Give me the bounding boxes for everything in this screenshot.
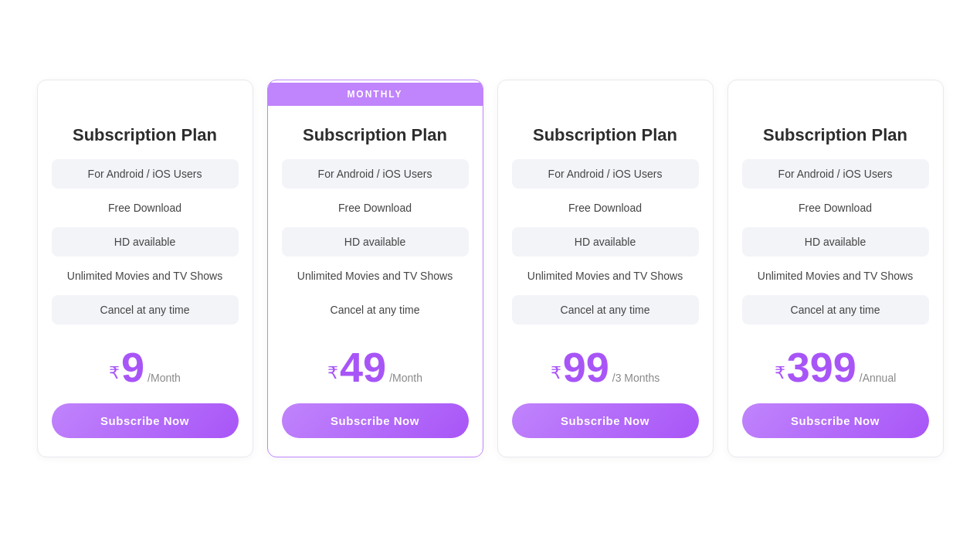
price-number: 49: [340, 346, 386, 388]
plan-card-plan-49: MONTHLYSubscription PlanFor Android / iO…: [267, 80, 483, 457]
feature-item: For Android / iOS Users: [282, 159, 469, 189]
plan-card-plan-399: Subscription PlanFor Android / iOS Users…: [727, 80, 944, 457]
feature-item: Cancel at any time: [52, 295, 239, 325]
price-section: ₹9/Month: [109, 346, 181, 388]
currency-symbol: ₹: [109, 363, 120, 383]
plan-card-plan-9: Subscription PlanFor Android / iOS Users…: [37, 80, 253, 457]
currency-symbol: ₹: [327, 363, 338, 383]
feature-item: Unlimited Movies and TV Shows: [282, 261, 469, 291]
feature-item: Free Download: [282, 193, 469, 223]
feature-item: Cancel at any time: [282, 295, 469, 325]
features-list: For Android / iOS UsersFree DownloadHD a…: [498, 159, 713, 329]
plan-card-plan-99: Subscription PlanFor Android / iOS Users…: [497, 80, 714, 457]
feature-item: HD available: [512, 227, 699, 257]
currency-symbol: ₹: [775, 363, 785, 383]
plan-title: Subscription Plan: [751, 108, 920, 159]
feature-item: Free Download: [52, 193, 239, 223]
feature-item: Cancel at any time: [742, 295, 929, 325]
price-section: ₹399/Annual: [775, 346, 897, 388]
plan-title: Subscription Plan: [290, 108, 459, 159]
feature-item: HD available: [742, 227, 929, 257]
feature-item: For Android / iOS Users: [52, 159, 239, 189]
price-period: /Month: [389, 372, 422, 384]
monthly-badge: MONTHLY: [268, 83, 483, 106]
currency-symbol: ₹: [551, 363, 561, 383]
badge-area: MONTHLY: [268, 80, 483, 108]
price-number: 99: [563, 346, 609, 388]
price-period: /Annual: [860, 372, 896, 384]
plan-title: Subscription Plan: [521, 108, 690, 159]
feature-item: Free Download: [742, 193, 929, 223]
feature-item: Cancel at any time: [512, 295, 699, 325]
plans-container: Subscription PlanFor Android / iOS Users…: [0, 64, 980, 473]
price-period: /3 Months: [612, 372, 660, 384]
subscribe-button[interactable]: Subscribe Now: [742, 403, 929, 438]
price-section: ₹49/Month: [327, 346, 422, 388]
subscribe-button[interactable]: Subscribe Now: [282, 403, 469, 438]
feature-item: Unlimited Movies and TV Shows: [742, 261, 929, 291]
price-number: 9: [121, 346, 144, 388]
feature-item: HD available: [282, 227, 469, 257]
feature-item: For Android / iOS Users: [512, 159, 699, 189]
feature-item: Unlimited Movies and TV Shows: [512, 261, 699, 291]
feature-item: Unlimited Movies and TV Shows: [52, 261, 239, 291]
feature-item: For Android / iOS Users: [742, 159, 929, 189]
features-list: For Android / iOS UsersFree DownloadHD a…: [268, 159, 483, 329]
feature-item: HD available: [52, 227, 239, 257]
feature-item: Free Download: [512, 193, 699, 223]
price-section: ₹99/3 Months: [551, 346, 660, 388]
price-period: /Month: [148, 372, 181, 384]
badge-area: [498, 80, 713, 108]
subscribe-button[interactable]: Subscribe Now: [512, 403, 699, 438]
badge-area: [38, 80, 253, 108]
price-number: 399: [787, 346, 856, 388]
features-list: For Android / iOS UsersFree DownloadHD a…: [38, 159, 253, 329]
badge-area: [728, 80, 943, 108]
plan-title: Subscription Plan: [60, 108, 229, 159]
features-list: For Android / iOS UsersFree DownloadHD a…: [728, 159, 943, 329]
subscribe-button[interactable]: Subscribe Now: [52, 403, 239, 438]
